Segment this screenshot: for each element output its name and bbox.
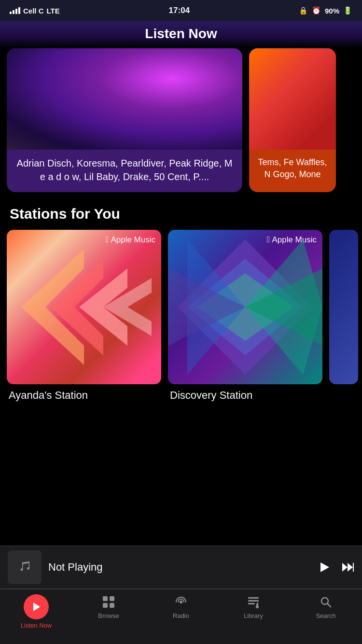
discovery-station-name: Discovery Station [168,389,322,402]
tab-search[interactable]: Search [290,594,362,619]
stations-row:  Apple Music Ayanda's Station  Apple M… [0,230,362,402]
tab-radio-label: Radio [173,612,189,619]
time-display: 17:04 [169,6,190,15]
partial-artwork [329,230,358,384]
tab-library-label: Library [244,612,263,619]
svg-rect-22 [248,600,259,602]
library-notes-icon [247,595,260,609]
play-button[interactable] [318,560,331,574]
alarm-icon: ⏰ [312,6,321,15]
signal-icon [10,7,20,14]
featured-card-1[interactable]: Adrian Disch, Koresma, Pearldiver, Peak … [7,48,242,192]
station-card-discovery[interactable]:  Apple Music Discovery Station [168,230,322,402]
tab-browse-label: Browse [98,612,119,619]
now-playing-bar: Not Playing [0,546,362,589]
svg-rect-18 [103,603,108,608]
search-icon [318,594,334,610]
lock-icon: 🔒 [299,6,308,15]
music-note-icon [16,559,33,575]
fast-forward-button[interactable] [341,560,354,574]
ayanda-artwork:  Apple Music [7,230,161,384]
browse-icon [101,594,116,610]
battery-icon: 🔋 [343,6,352,15]
fast-forward-icon [341,560,354,574]
tab-listen-now[interactable]: Listen Now [0,594,72,629]
svg-rect-14 [353,563,354,572]
radio-icon [173,594,189,610]
play-icon [318,560,331,574]
status-right: 🔒 ⏰ 90% 🔋 [299,6,352,15]
card-2-artwork [249,48,336,150]
listen-now-icon [24,594,49,619]
svg-marker-12 [342,563,348,572]
battery-label: 90% [325,7,339,15]
now-playing-artwork [8,550,42,584]
magnifier-icon [319,595,333,609]
stations-section-title: Stations for You [0,192,362,230]
card-2-artists: Tems, Fe Waffles, N Gogo, Mone [258,156,327,181]
svg-rect-16 [103,596,108,601]
discovery-diamond-svg [168,230,322,384]
now-playing-controls [318,560,354,574]
page-header: Listen Now [0,21,362,48]
svg-rect-19 [110,603,114,608]
station-card-ayanda[interactable]:  Apple Music Ayanda's Station [7,230,161,402]
station-card-partial[interactable] [329,230,358,402]
network-label: LTE [47,7,60,15]
discovery-artwork:  Apple Music [168,230,322,384]
status-left: Cell C LTE [10,7,60,15]
svg-point-20 [180,601,182,603]
status-bar: Cell C LTE 17:04 🔒 ⏰ 90% 🔋 [0,0,362,21]
tab-browse[interactable]: Browse [72,594,145,619]
svg-line-25 [327,603,331,607]
tab-bar: Listen Now Browse Radio [0,589,362,644]
card-1-artists: Adrian Disch, Koresma, Pearldiver, Peak … [15,156,234,183]
library-icon [246,594,261,610]
card-1-artwork [7,48,242,150]
tab-search-label: Search [316,612,335,619]
svg-rect-17 [110,596,114,601]
ayanda-chevron-svg [7,230,161,384]
tab-library[interactable]: Library [217,594,290,619]
svg-marker-11 [320,562,329,572]
grid-icon [102,595,115,609]
svg-rect-21 [248,597,259,599]
carrier-label: Cell C [23,7,44,15]
tab-listen-now-label: Listen Now [21,622,52,629]
radio-waves-icon [174,595,188,609]
card-1-info: Adrian Disch, Koresma, Pearldiver, Peak … [7,150,242,192]
main-content: Adrian Disch, Koresma, Pearldiver, Peak … [0,48,362,573]
svg-marker-13 [348,563,353,572]
page-title: Listen Now [0,26,362,42]
ayanda-station-name: Ayanda's Station [7,389,161,402]
tab-radio[interactable]: Radio [145,594,217,619]
featured-cards-row: Adrian Disch, Koresma, Pearldiver, Peak … [0,48,362,192]
play-filled-icon [30,601,42,613]
svg-rect-23 [248,603,255,604]
now-playing-title: Not Playing [48,561,311,574]
featured-card-2[interactable]: Tems, Fe Waffles, N Gogo, Mone [249,48,336,192]
card-2-info: Tems, Fe Waffles, N Gogo, Mone [249,150,336,189]
svg-marker-15 [33,602,40,611]
